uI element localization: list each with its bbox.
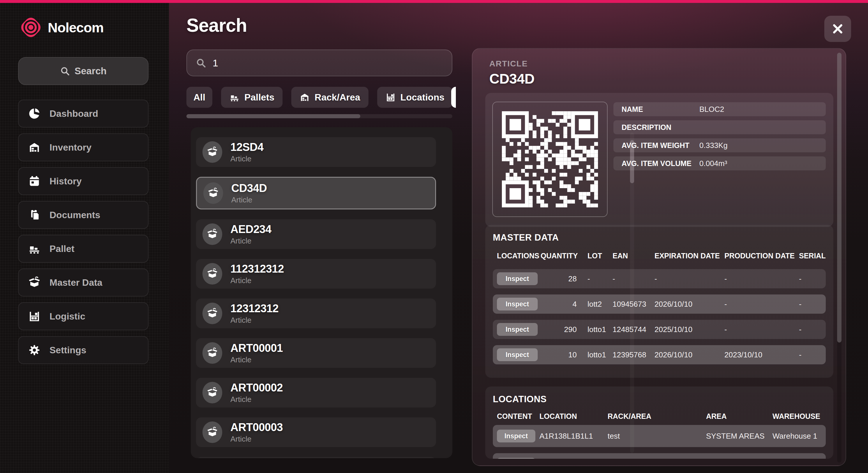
search-result-item[interactable]: 12312312 Article [196, 298, 436, 328]
open-box-icon [207, 427, 218, 438]
cell-expiration-date: 2025/10/10 [654, 325, 724, 334]
sidebar-item-pallet[interactable]: Pallet [18, 235, 149, 263]
column-header: AREA [706, 412, 772, 420]
filter-chip-label: All [193, 92, 205, 103]
inspect-button[interactable]: Inspect [497, 348, 538, 361]
search-result-item[interactable]: ART00001 Article [196, 338, 436, 368]
field-value: BLOC2 [699, 105, 724, 114]
cell-lot: lotto1 [577, 325, 613, 334]
master-data-row: Inspect 10 lotto1 12395768 2026/10/10 20… [493, 345, 826, 365]
search-result-item[interactable]: 112312312 Article [196, 259, 436, 289]
scrollbar-thumb[interactable] [837, 53, 841, 343]
top-accent-bar [0, 0, 868, 3]
inspect-button[interactable]: Inspect [497, 323, 538, 336]
article-field-row: DESCRIPTION [613, 120, 826, 134]
gear-icon [28, 344, 41, 356]
result-avatar [203, 382, 222, 403]
result-avatar [203, 263, 222, 285]
result-avatar [203, 141, 222, 163]
result-avatar [203, 303, 222, 324]
locations-rows: Inspect A1R138L1B1L1 test SYSTEM AREAS W… [493, 425, 826, 459]
search-input[interactable] [213, 57, 443, 69]
column-header: PRODUCTION DATE [724, 252, 799, 260]
page-title: Search [186, 14, 247, 36]
cell-serial: - [799, 350, 822, 359]
cell-location: A1R138L1B1L1 [539, 432, 608, 441]
field-value: 0.004m³ [699, 159, 727, 168]
sidebar-item-inventory[interactable]: Inventory [18, 133, 149, 161]
inspect-button[interactable]: Inspect [497, 298, 538, 311]
detail-vertical-scrollbar[interactable] [837, 53, 841, 463]
search-box [186, 50, 452, 76]
cell-lot: - [577, 274, 613, 283]
close-button[interactable] [824, 16, 851, 42]
cell-quantity: 4 [572, 300, 577, 309]
result-subtitle: Article [230, 355, 283, 365]
sidebar-item-dashboard[interactable]: Dashboard [18, 100, 149, 128]
open-box-icon [207, 228, 218, 240]
sidebar-item-master-data[interactable]: Master Data [18, 269, 149, 296]
cell-expiration-date: - [654, 274, 724, 283]
main-area: Search All Pallets Rack/Area Locations 1… [169, 3, 868, 473]
result-title: 12SD4 [230, 141, 264, 154]
sidebar-item-logistic[interactable]: Logistic [18, 302, 149, 330]
search-result-item[interactable]: 12SD4 Article [196, 137, 436, 167]
sidebar-item-documents[interactable]: Documents [18, 201, 149, 229]
search-icon [196, 58, 206, 68]
close-icon [832, 23, 844, 35]
result-title: ART00003 [230, 421, 283, 434]
search-result-item[interactable]: ART00002 Article [196, 378, 436, 407]
result-title: AED234 [230, 223, 272, 235]
cell-area: SYSTEM AREAS [706, 432, 772, 441]
cell-expiration-date: 2026/10/10 [654, 350, 724, 359]
search-result-item[interactable]: AED234 Article [196, 219, 436, 249]
location-row: Inspect A1R138L1B1L1 test SYSTEM AREAS W… [493, 425, 826, 447]
master-data-row: Inspect 4 lott2 10945673 2026/10/10 - - [493, 294, 826, 314]
cell-ean: 10945673 [613, 300, 654, 309]
brand-name: Nolecom [48, 20, 104, 35]
sidebar-item-history[interactable]: History [18, 167, 149, 195]
cell-lot: lotto1 [577, 350, 613, 359]
search-result-item[interactable]: CD34D Article [196, 177, 436, 210]
open-box-icon [207, 146, 218, 158]
sidebar-item-label: Logistic [50, 311, 85, 322]
sidebar-item-label: Pallet [50, 244, 74, 254]
cell-ean: 12485744 [613, 325, 654, 334]
open-box-icon [207, 308, 218, 319]
search-result-item-clipped[interactable] [196, 457, 436, 458]
inspect-button[interactable]: Inspect [497, 458, 535, 459]
result-subtitle: Article [230, 395, 283, 404]
article-field-row: NAME BLOC2 [613, 102, 826, 116]
inspect-button[interactable]: Inspect [497, 430, 535, 442]
detail-section-label: ARTICLE [489, 59, 528, 68]
filter-chip-locations[interactable]: Locations [377, 87, 453, 108]
inspect-button[interactable]: Inspect [497, 272, 538, 285]
filter-chip-pallets[interactable]: Pallets [221, 87, 282, 108]
sidebar: Nolecom Search Dashboard Inventory Histo… [0, 3, 169, 473]
field-label: AVG. ITEM VOLUME [622, 159, 691, 168]
cell-production-date: - [724, 325, 799, 334]
filters-horizontal-scrollbar[interactable] [186, 114, 452, 118]
master-data-header-row: LOCATIONSQUANTITYLOTEANEXPIRATION DATEPR… [493, 252, 826, 260]
scrollbar-thumb[interactable] [186, 114, 360, 118]
sidebar-search-button[interactable]: Search [18, 57, 149, 85]
column-header: LOCATION [539, 412, 608, 420]
sidebar-search-label: Search [74, 66, 106, 76]
result-title: 12312312 [230, 302, 278, 315]
clipped-active-filter-chip[interactable] [451, 87, 456, 108]
cell-quantity: 10 [568, 350, 577, 359]
result-subtitle: Article [230, 435, 283, 444]
open-box-icon [207, 387, 218, 399]
locations-title: LOCATIONS [493, 394, 547, 405]
filter-chip-all[interactable]: All [186, 87, 212, 108]
detail-article-title: CD34D [489, 71, 534, 87]
cell-serial: - [799, 325, 822, 334]
filter-chip-rack-area[interactable]: Rack/Area [291, 87, 369, 108]
sidebar-item-settings[interactable]: Settings [18, 336, 149, 364]
search-result-item[interactable]: ART00003 Article [196, 417, 436, 447]
sidebar-item-label: Dashboard [50, 108, 98, 119]
article-field-row: AVG. ITEM VOLUME 0.004m³ [613, 156, 826, 170]
sidebar-item-label: Documents [50, 210, 100, 220]
column-header: WAREHOUSE [772, 412, 822, 420]
search-results-list: 12SD4 Article CD34D Article AED234 Artic… [191, 127, 452, 458]
